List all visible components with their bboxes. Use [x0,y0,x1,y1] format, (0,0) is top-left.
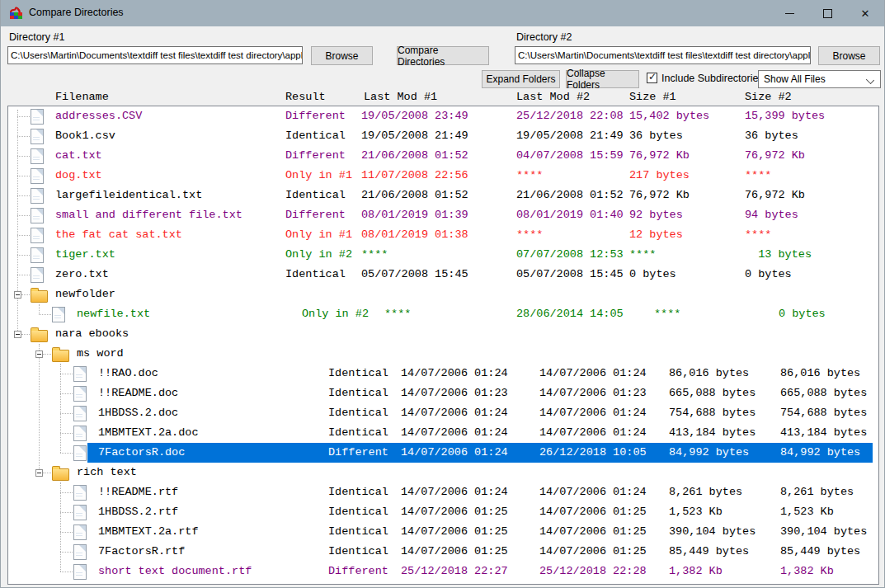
directory1-input[interactable]: C:\Users\Martin\Documents\textdiff test … [7,46,303,64]
collapse-expander-icon[interactable] [14,331,21,338]
tree-row[interactable]: !!README.docIdentical14/07/2006 01:2314/… [8,383,878,403]
size-1-cell: **** [654,304,680,324]
tree-connector-line [21,294,30,295]
size-1-cell: 665,088 bytes [669,383,756,403]
close-button[interactable]: ✕ [846,0,884,26]
tree-row[interactable]: cat.txtDifferent21/06/2008 01:5204/07/20… [8,146,878,166]
file-icon [73,386,87,402]
tree-row[interactable]: addresses.CSVDifferent19/05/2008 23:4925… [8,106,878,126]
tree-row[interactable]: tiger.txtOnly in #2****07/07/2008 12:53*… [8,245,878,265]
tree-connector-line [60,374,73,374]
tree-row[interactable]: newfile.txtOnly in #2****28/06/2014 14:0… [8,304,878,324]
tree-row[interactable]: nara ebooks [8,324,878,344]
last-mod-1-cell: 14/07/2006 01:25 [401,542,508,562]
tree-connector-line [60,532,73,533]
tree-row[interactable]: rich text [8,463,878,482]
last-mod-1-cell: 19/05/2008 23:49 [361,106,468,126]
result-cell: Different [285,146,346,166]
tree-row[interactable]: 7FactorsR.rtfIdentical14/07/2006 01:2514… [8,542,878,562]
browse1-button[interactable]: Browse [311,46,373,65]
size-2-cell: 85,449 bytes [780,542,860,562]
tree-row[interactable]: short text document.rtfDifferent25/12/20… [8,562,878,581]
tree-row[interactable]: 1MBMTEXT.2a.rtfIdentical14/07/2006 01:25… [8,522,878,542]
compare-directories-button[interactable]: Compare Directories [397,46,489,65]
tree-row[interactable]: !!README.rtfIdentical14/07/2006 01:2414/… [8,482,878,502]
filename-cell: rich text [77,463,137,482]
size-1-cell: 754,688 bytes [669,403,756,423]
tree-row[interactable]: ms word [8,344,878,364]
filename-cell: newfile.txt [77,304,150,324]
last-mod-2-cell: **** [516,225,543,245]
folder-icon [31,330,48,342]
last-mod-2-cell: **** [516,166,543,186]
tree-connector-line [17,156,30,157]
tree-row[interactable]: the fat cat sat.txtOnly in #108/01/2019 … [8,225,878,245]
filename-cell: tiger.txt [55,245,115,265]
size-2-cell: **** [745,225,771,245]
collapse-folders-button[interactable]: Collapse Folders [566,70,639,88]
window-title: Compare Directories [29,7,124,18]
filename-cell: !!RAO.doc [98,364,158,383]
size-2-cell: 390,104 bytes [780,522,867,542]
last-mod-1-cell: 14/07/2006 01:25 [401,502,508,522]
tree-connector-line [43,473,51,473]
tree-row[interactable]: largefileidentical.txtIdentical21/06/200… [8,186,878,205]
include-subdirectories-label: Include Subdirectories [661,73,764,84]
tree-row[interactable]: 1HBDSS.2.rtfIdentical14/07/2006 01:2514/… [8,502,878,522]
result-cell: Only in #2 [285,245,352,265]
collapse-expander-icon[interactable] [35,350,43,358]
directory2-input[interactable]: C:\Users\Martin\Documents\textdiff test … [515,46,811,64]
filename-cell: the fat cat sat.txt [55,225,182,245]
size-2-cell: 413,184 bytes [780,423,867,443]
include-subdirectories-checkbox[interactable]: ✓ [647,73,657,83]
result-cell: Identical [328,522,388,542]
last-mod-1-cell: 21/06/2008 01:52 [361,146,468,166]
tree-row[interactable]: dog.txtOnly in #111/07/2008 22:56****217… [8,166,878,186]
filename-cell: short text document.rtf [98,562,252,581]
tree-connector-line [21,334,30,335]
result-cell: Identical [328,403,388,423]
filename-cell: nara ebooks [55,324,129,344]
last-mod-1-cell: 14/07/2006 01:24 [401,443,508,463]
tree-row[interactable]: !!RAO.docIdentical14/07/2006 01:2414/07/… [8,364,878,383]
filename-cell: addresses.CSV [55,106,142,126]
size-1-cell: 217 bytes [629,166,690,186]
last-mod-2-cell: 14/07/2006 01:24 [539,482,647,502]
file-filter-dropdown[interactable]: Show All Files [758,70,881,88]
tree-row[interactable]: newfolder [8,285,878,304]
collapse-expander-icon[interactable] [35,469,43,477]
last-mod-1-cell: 14/07/2006 01:24 [401,482,508,502]
maximize-button[interactable] [808,0,846,26]
tree-row[interactable]: small and different file.txtDifferent08/… [8,205,878,225]
browse2-button[interactable]: Browse [818,46,880,65]
tree-connector-line [17,275,30,275]
tree-row[interactable]: 1MBMTEXT.2a.docIdentical14/07/2006 01:24… [8,423,878,443]
file-filter-value: Show All Files [764,73,826,85]
size-2-cell: 36 bytes [745,126,798,146]
file-icon [31,267,44,283]
size-2-cell: 76,972 Kb [745,146,805,166]
minimize-button[interactable] [770,0,808,26]
filename-cell: newfolder [55,285,115,304]
result-cell: Identical [285,186,346,205]
tree-row[interactable]: zero.txtIdentical05/07/2008 15:4505/07/2… [8,265,878,285]
result-cell: Different [285,205,346,225]
filename-cell: zero.txt [55,265,109,285]
last-mod-1-cell: 11/07/2008 22:56 [361,166,468,186]
last-mod-1-cell: 08/01/2019 01:38 [361,225,468,245]
tree-row[interactable]: Book1.csvIdentical19/05/2008 21:4919/05/… [8,126,878,146]
last-mod-1-cell: 21/06/2008 01:52 [361,186,468,205]
last-mod-2-cell: 07/07/2008 12:53 [516,245,624,265]
expand-folders-button[interactable]: Expand Folders [482,70,560,88]
filename-cell: 1HBDSS.2.doc [98,403,178,423]
collapse-expander-icon[interactable] [14,291,21,299]
last-mod-2-cell: 14/07/2006 01:24 [539,403,647,423]
last-mod-2-cell: 26/12/2018 10:05 [539,443,647,463]
close-icon: ✕ [861,8,870,19]
last-mod-2-cell: 05/07/2008 15:45 [516,265,624,285]
tree-row[interactable]: 1HBDSS.2.docIdentical14/07/2006 01:2414/… [8,403,878,423]
filename-cell: small and different file.txt [55,205,242,225]
file-icon [73,406,87,421]
tree-row[interactable]: 7FactorsR.docDifferent14/07/2006 01:2426… [8,443,878,463]
last-mod-2-cell: 04/07/2008 15:59 [516,146,624,166]
